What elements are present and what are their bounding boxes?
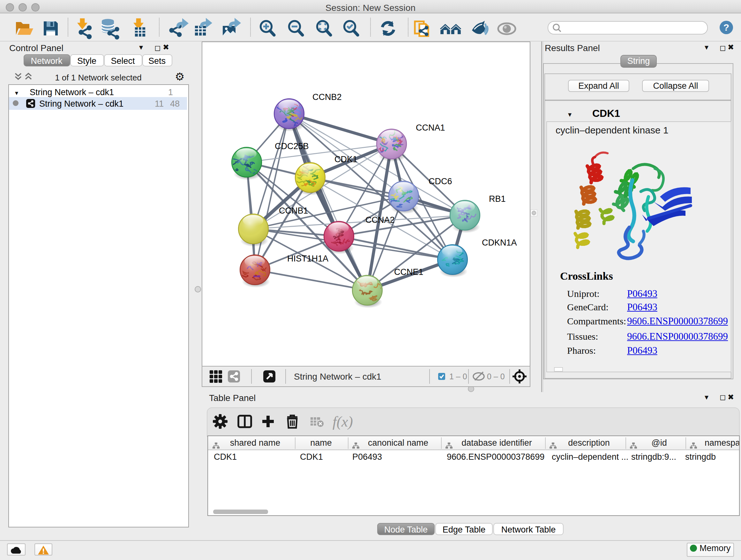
svg-text:CDKN1A: CDKN1A (482, 238, 517, 247)
svg-text:0 – 0: 0 – 0 (487, 372, 504, 381)
svg-text:f(x): f(x) (333, 413, 353, 429)
svg-text:CCNB1: CCNB1 (279, 206, 308, 215)
svg-text:CCNA1: CCNA1 (415, 123, 445, 132)
svg-text:CCNA2: CCNA2 (365, 215, 394, 225)
svg-text:String Network – cdk1: String Network – cdk1 (293, 371, 381, 381)
svg-text:CCNB2: CCNB2 (312, 92, 341, 102)
svg-text:HIST1H1A: HIST1H1A (287, 253, 328, 263)
svg-text:CDK1: CDK1 (334, 154, 357, 164)
svg-text:1 – 0: 1 – 0 (449, 372, 467, 381)
svg-text:CDC25B: CDC25B (274, 141, 309, 151)
svg-text:?: ? (724, 22, 729, 32)
svg-text:CCNE1: CCNE1 (394, 267, 423, 276)
svg-text:RB1: RB1 (488, 194, 506, 203)
svg-text:CDC6: CDC6 (428, 176, 452, 186)
